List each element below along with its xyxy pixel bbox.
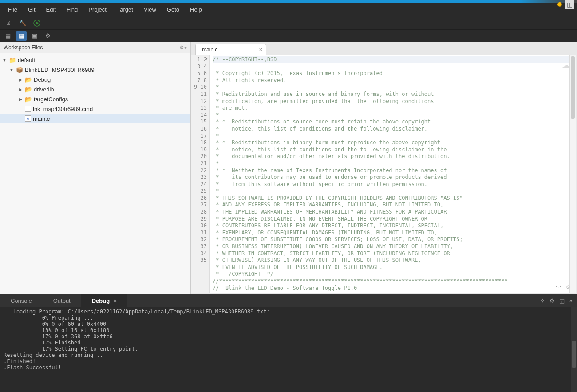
editor-tab-label: main.c: [202, 47, 217, 53]
file-tree[interactable]: ▼📁 default ▼📦 BlinkLED_MSP430FR6989 ▶📂 D…: [0, 53, 190, 294]
menubar: FileGitEditFindProjectTargetViewGotoHelp: [0, 3, 577, 16]
tree-folder[interactable]: ▶📂 driverlib: [0, 84, 190, 94]
line-gutter: 1 2 3 4 5 6 7 8 9 10 11 12 13 14 15 16 1…: [191, 55, 210, 293]
bottom-panel: ConsoleOutputDebug× ✧ ⚙ ◱ × Loading Prog…: [0, 294, 577, 392]
file-icon: [25, 106, 31, 112]
sidebar: Workspace Files ⚙▾ ▼📁 default ▼📦 BlinkLE…: [0, 42, 191, 294]
project-root-icon: 📁: [9, 57, 16, 63]
console-output[interactable]: Loading Program: C:/Users/a0221162/AppDa…: [0, 307, 577, 392]
file-icon: c: [25, 115, 31, 122]
tree-file[interactable]: lnk_msp430fr6989.cmd: [0, 104, 190, 114]
menu-edit[interactable]: Edit: [42, 4, 60, 15]
folder-icon: 📂: [25, 86, 32, 93]
view-layout-3-icon[interactable]: ▣: [29, 31, 40, 41]
project-icon: 📦: [16, 67, 23, 73]
editor-tabbar: main.c ×: [191, 42, 577, 55]
menu-file[interactable]: File: [4, 4, 22, 15]
clear-icon[interactable]: ✧: [540, 297, 545, 304]
run-icon[interactable]: [33, 19, 41, 27]
tree-folder-label: targetConfigs: [34, 96, 68, 103]
panel-close-icon[interactable]: ×: [569, 297, 573, 304]
tree-folder-label: driverlib: [34, 86, 54, 93]
cloud-icon[interactable]: ☁: [561, 60, 570, 71]
tree-project[interactable]: ▼📦 BlinkLED_MSP430FR6989: [0, 65, 190, 75]
editor-pane: main.c × 1 2 3 4 5 6 7 8 9 10 11 12 13 1…: [191, 42, 577, 294]
bottom-tab-console[interactable]: Console: [0, 294, 43, 307]
bottom-tab-debug[interactable]: Debug×: [81, 294, 127, 307]
menu-help[interactable]: Help: [186, 4, 206, 15]
tree-file-label: main.c: [33, 115, 50, 122]
folder-icon: 📂: [25, 76, 32, 83]
sidebar-header: Workspace Files ⚙▾: [0, 42, 190, 53]
code-editor[interactable]: 1 2 3 4 5 6 7 8 9 10 11 12 13 14 15 16 1…: [191, 55, 576, 293]
menu-git[interactable]: Git: [24, 4, 40, 15]
settings-icon[interactable]: ⚙: [43, 31, 53, 41]
close-icon[interactable]: ×: [113, 297, 117, 304]
panel-gear-icon[interactable]: ⚙: [549, 297, 555, 304]
editor-tab-main[interactable]: main.c ×: [195, 44, 266, 55]
tree-project-label: BlinkLED_MSP430FR6989: [25, 67, 95, 73]
tree-file[interactable]: c main.c: [0, 114, 190, 123]
editor-gear-icon[interactable]: ⚙: [566, 285, 570, 290]
window-titlebar: ◫: [0, 0, 577, 3]
editor-scrollbar[interactable]: [569, 55, 576, 293]
bottom-tabbar: ConsoleOutputDebug× ✧ ⚙ ◱ ×: [0, 294, 577, 307]
bottom-tab-output[interactable]: Output: [43, 294, 81, 307]
sidebar-gear-icon[interactable]: ⚙▾: [179, 44, 187, 51]
window-minimize-icon[interactable]: [557, 2, 562, 7]
tree-folder[interactable]: ▶📂 Debug: [0, 75, 190, 84]
tree-root-label: default: [18, 57, 35, 63]
fold-icon[interactable]: ▾: [206, 56, 208, 61]
folder-icon: 📂: [25, 96, 32, 103]
window-app-icon[interactable]: ◫: [565, 0, 574, 9]
menu-view[interactable]: View: [139, 4, 161, 15]
build-icon[interactable]: 🔨: [19, 19, 27, 27]
view-toolbar: ▤ ▦ ▣ ⚙: [0, 29, 577, 42]
view-layout-2-icon[interactable]: ▦: [16, 31, 27, 41]
menu-project[interactable]: Project: [84, 4, 111, 15]
sidebar-title: Workspace Files: [4, 44, 43, 51]
menu-target[interactable]: Target: [113, 4, 138, 15]
bottom-tab-label: Debug: [92, 297, 110, 304]
tree-file-label: lnk_msp430fr6989.cmd: [33, 106, 93, 112]
tree-root[interactable]: ▼📁 default: [0, 55, 190, 65]
console-scrollbar[interactable]: [571, 307, 577, 392]
bottom-tab-label: Console: [11, 297, 32, 304]
menu-find[interactable]: Find: [62, 4, 82, 15]
svg-marker-1: [36, 21, 39, 25]
close-icon[interactable]: ×: [259, 46, 262, 53]
new-file-icon[interactable]: 🗎: [4, 19, 12, 27]
menu-goto[interactable]: Goto: [162, 4, 184, 15]
view-layout-1-icon[interactable]: ▤: [3, 31, 13, 41]
maximize-icon[interactable]: ◱: [559, 297, 565, 304]
tree-folder[interactable]: ▶📂 targetConfigs: [0, 94, 190, 104]
bottom-tab-label: Output: [53, 297, 71, 304]
cursor-position: 1:1: [556, 285, 562, 290]
toolbar: 🗎 🔨: [0, 16, 577, 29]
tree-folder-label: Debug: [34, 76, 51, 83]
code-content[interactable]: /* --COPYRIGHT--,BSD * Copyright (c) 201…: [210, 55, 576, 293]
